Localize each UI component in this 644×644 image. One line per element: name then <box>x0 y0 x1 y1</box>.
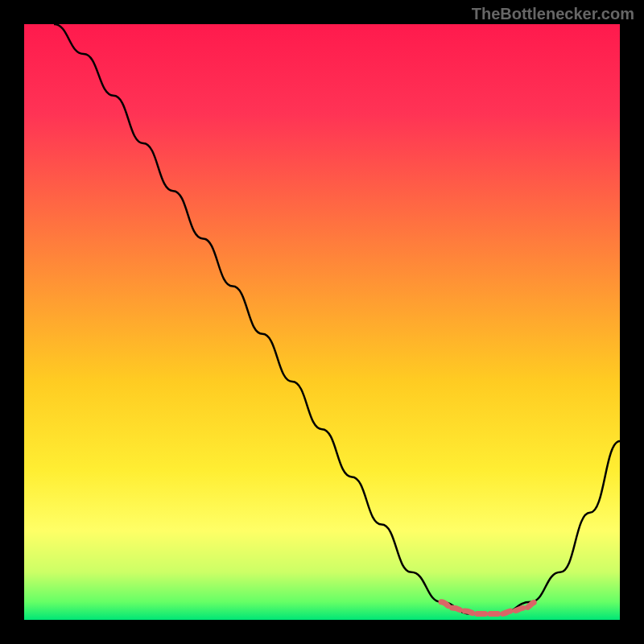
curve-overlay <box>24 24 620 620</box>
chart-container <box>24 24 620 620</box>
watermark-text: TheBottlenecker.com <box>472 5 634 23</box>
bottleneck-curve-line <box>54 24 620 614</box>
